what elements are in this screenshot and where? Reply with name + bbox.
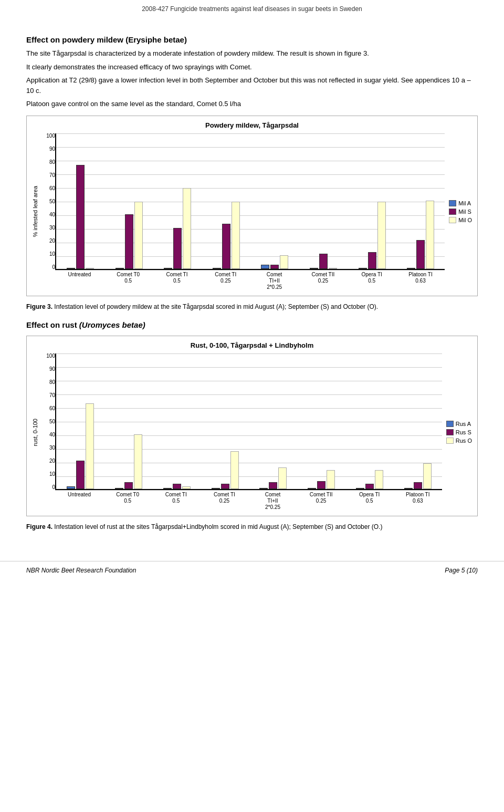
bar-a <box>67 486 75 489</box>
x-label: Opera TI 0.5 <box>348 270 396 290</box>
bar-group <box>396 201 445 269</box>
legend-label-russ: Rus S <box>456 429 471 435</box>
bar-s <box>76 165 85 269</box>
y-tick-100: 100 <box>40 133 55 139</box>
x-label: Comet TI 0.5 <box>152 490 200 511</box>
bar-a <box>404 488 413 490</box>
bar-s <box>269 482 277 489</box>
legend-item-mils: Mil S <box>449 209 472 215</box>
y2-tick-30: 30 <box>40 445 55 451</box>
header-title: 2008-427 Fungicide treatments against le… <box>142 5 362 13</box>
bar-o <box>327 470 335 489</box>
bar-group <box>153 188 202 268</box>
chart1-legend: Mil A Mil S Mil O <box>449 200 472 223</box>
bar-o <box>183 188 191 268</box>
bar-group <box>56 165 105 269</box>
section1-title: Effect on powdery mildew (Erysiphe betae… <box>26 35 478 44</box>
figure4-caption: Figure 4. Infestation level of rust at t… <box>26 523 478 532</box>
x-label: Comet T0 0.5 <box>104 270 153 290</box>
x-label: Comet TII 0.25 <box>299 270 348 290</box>
bar-s <box>368 252 376 268</box>
bar-a <box>213 268 221 269</box>
legend-box-milo <box>449 217 456 223</box>
bar-group <box>348 202 396 268</box>
legend-item-mila: Mil A <box>449 200 472 206</box>
bar-a <box>308 488 316 490</box>
legend-box-mils <box>449 209 456 215</box>
chart1-title: Powdery mildew, Tågarpsdal <box>32 121 472 129</box>
bar-s <box>319 254 328 269</box>
bar-group <box>153 484 201 489</box>
bar-group <box>56 403 104 490</box>
bar-a <box>261 265 269 269</box>
bar-o <box>230 451 239 490</box>
section2-title: Effect on rust (Uromyces betae) <box>26 320 478 329</box>
legend-label-ruso: Rus O <box>456 438 472 444</box>
x-label: Untreated <box>55 490 103 511</box>
chart2-bars <box>55 353 442 490</box>
bar-o <box>182 486 191 489</box>
chart2-legend: Rus A Rus S Rus O <box>446 421 472 444</box>
bar-o <box>426 201 434 269</box>
bar-group <box>250 255 299 269</box>
y2-tick-70: 70 <box>40 393 55 398</box>
chart1-bars <box>55 133 445 270</box>
bar-group <box>105 202 154 268</box>
x-label: Comet TII 0.25 <box>297 490 345 511</box>
y2-tick-80: 80 <box>40 380 55 385</box>
y-tick-90: 90 <box>40 147 55 152</box>
y2-tick-90: 90 <box>40 367 55 372</box>
bar-group <box>201 451 249 490</box>
y2-tick-40: 40 <box>40 432 55 438</box>
y-tick-50: 50 <box>40 199 55 204</box>
bar-s <box>173 228 182 269</box>
legend-box-rusa <box>446 421 454 427</box>
figure3-caption: Figure 3. Infestation level of powdery m… <box>26 303 478 311</box>
legend-label-milo: Mil O <box>458 217 472 223</box>
legend-item-russ: Rus S <box>446 429 472 435</box>
legend-label-mils: Mil S <box>458 209 471 215</box>
legend-item-rusa: Rus A <box>446 421 472 427</box>
bar-s <box>416 240 425 269</box>
y-tick-60: 60 <box>40 186 55 191</box>
bar-s <box>76 461 85 490</box>
bar-s <box>173 484 181 489</box>
chart1-container: Powdery mildew, Tågarpsdal % infested le… <box>26 116 478 296</box>
bar-o <box>423 463 432 489</box>
bar-a <box>116 268 124 269</box>
legend-item-ruso: Rus O <box>446 438 472 444</box>
bar-a <box>164 268 172 269</box>
bar-a <box>310 268 318 269</box>
bar-a <box>212 488 220 490</box>
section1-para2: It clearly demonstrates the increased ef… <box>26 62 478 72</box>
page-header: 2008-427 Fungicide treatments against le… <box>0 0 504 15</box>
x-label: Platoon TI 0.63 <box>394 490 442 511</box>
bar-o <box>134 202 143 268</box>
bar-a <box>115 488 123 490</box>
y2-tick-20: 20 <box>40 459 55 464</box>
y-tick-0: 0 <box>40 265 55 270</box>
bar-o <box>377 202 386 268</box>
section1-para1: The site Tågarpsdal is characterized by … <box>26 48 478 59</box>
y-tick-80: 80 <box>40 160 55 165</box>
bar-o <box>134 434 142 489</box>
x-label: Comet T0 0.5 <box>103 490 152 511</box>
x-label: Opera TI 0.5 <box>345 490 394 511</box>
y-tick-30: 30 <box>40 225 55 231</box>
bar-o <box>280 255 288 269</box>
y-tick-10: 10 <box>40 252 55 257</box>
y-tick-20: 20 <box>40 238 55 244</box>
bar-s <box>365 484 374 489</box>
legend-box-ruso <box>446 438 454 444</box>
x-label: Comet TI+II 2*0.25 <box>250 270 299 290</box>
bar-a <box>356 488 364 490</box>
footer-right: Page 5 (10) <box>445 567 478 574</box>
bar-o <box>375 470 383 489</box>
x-label: Comet TI 0.25 <box>201 270 250 290</box>
bar-o <box>232 202 240 268</box>
section1-para3: Application at T2 (29/8) gave a lower in… <box>26 75 478 96</box>
bar-s <box>270 265 279 269</box>
y2-tick-0: 0 <box>40 485 55 490</box>
y2-tick-50: 50 <box>40 419 55 424</box>
bar-s <box>317 481 326 490</box>
